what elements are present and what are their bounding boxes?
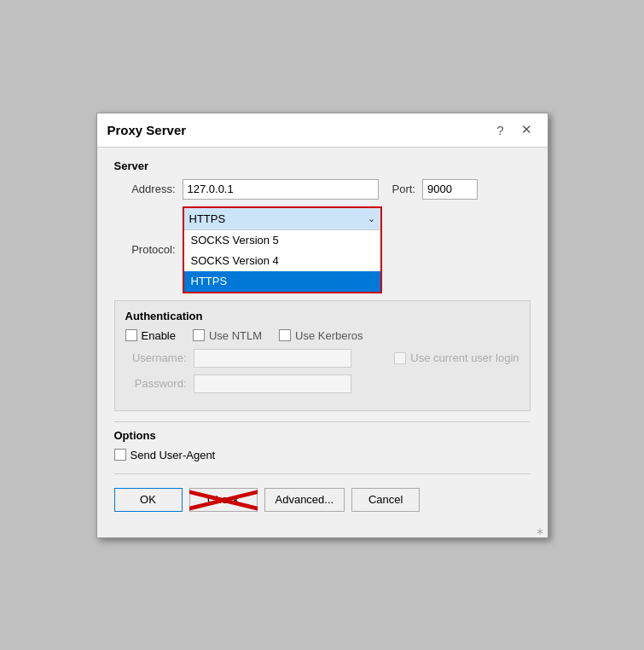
protocol-option-socks5[interactable]: SOCKS Version 5 bbox=[184, 230, 380, 251]
server-section-label: Server bbox=[114, 160, 531, 172]
send-user-agent-checkbox[interactable] bbox=[114, 449, 126, 461]
title-bar-buttons: ? ✕ bbox=[491, 120, 537, 139]
proxy-server-dialog: Proxy Server ? ✕ Server Address: Port: P… bbox=[96, 113, 548, 538]
separator2 bbox=[114, 473, 531, 474]
use-current-user-label: Use current user login bbox=[410, 351, 519, 364]
protocol-selected-text: HTTPS bbox=[189, 212, 226, 225]
auth-section-label: Authentication bbox=[125, 310, 519, 322]
protocol-option-list: SOCKS Version 5 SOCKS Version 4 HTTPS bbox=[184, 230, 380, 292]
use-ntlm-label: Use NTLM bbox=[209, 329, 262, 342]
protocol-row: Protocol: HTTPS ⌄ SOCKS Version 5 SOCKS … bbox=[114, 206, 531, 293]
enable-checkbox[interactable] bbox=[125, 329, 137, 341]
use-current-user-item[interactable]: Use current user login bbox=[394, 351, 519, 364]
address-label: Address: bbox=[114, 183, 183, 195]
button-row: OK Check Advanced... Cancel bbox=[114, 481, 531, 517]
resize-handle[interactable]: ∗ bbox=[97, 525, 548, 537]
use-kerberos-checkbox[interactable] bbox=[279, 329, 291, 341]
check-button-wrapper: Check bbox=[189, 488, 258, 512]
enable-label: Enable bbox=[142, 329, 176, 342]
use-kerberos-checkbox-item[interactable]: Use Kerberos bbox=[279, 329, 363, 342]
dialog-title: Proxy Server bbox=[107, 123, 187, 137]
username-input[interactable] bbox=[194, 349, 351, 368]
send-user-agent-item[interactable]: Send User-Agent bbox=[114, 449, 531, 461]
password-row: Password: bbox=[125, 374, 519, 393]
separator bbox=[114, 421, 531, 422]
address-row: Address: Port: bbox=[114, 179, 531, 200]
use-ntlm-checkbox-item[interactable]: Use NTLM bbox=[193, 329, 262, 342]
port-label: Port: bbox=[392, 183, 415, 195]
use-current-user-checkbox[interactable] bbox=[394, 352, 406, 364]
options-section: Options Send User-Agent bbox=[114, 429, 531, 461]
protocol-option-https[interactable]: HTTPS bbox=[184, 271, 380, 292]
dialog-body: Server Address: Port: Protocol: HTTPS ⌄ bbox=[97, 148, 548, 525]
server-section: Server Address: Port: Protocol: HTTPS ⌄ bbox=[114, 160, 531, 293]
options-section-label: Options bbox=[114, 429, 531, 442]
username-label: Username: bbox=[125, 351, 194, 364]
title-bar: Proxy Server ? ✕ bbox=[97, 113, 548, 148]
use-ntlm-checkbox[interactable] bbox=[193, 329, 205, 341]
use-kerberos-label: Use Kerberos bbox=[295, 329, 363, 342]
send-user-agent-label: Send User-Agent bbox=[131, 449, 216, 461]
authentication-section: Authentication Enable Use NTLM Use Kerbe… bbox=[114, 300, 531, 411]
protocol-selected[interactable]: HTTPS ⌄ bbox=[184, 208, 380, 230]
protocol-option-socks4[interactable]: SOCKS Version 4 bbox=[184, 251, 380, 271]
close-button[interactable]: ✕ bbox=[516, 120, 537, 139]
check-button[interactable]: Check bbox=[189, 488, 258, 512]
auth-fields: Username: Use current user login Passwor… bbox=[125, 349, 519, 393]
username-row: Username: Use current user login bbox=[125, 349, 519, 368]
address-input[interactable] bbox=[183, 179, 379, 200]
enable-checkbox-item[interactable]: Enable bbox=[125, 329, 176, 342]
auth-checkbox-row: Enable Use NTLM Use Kerberos bbox=[125, 329, 519, 342]
ok-button[interactable]: OK bbox=[114, 488, 183, 512]
password-label: Password: bbox=[125, 377, 194, 390]
protocol-wrapper: HTTPS ⌄ SOCKS Version 5 SOCKS Version 4 … bbox=[183, 206, 382, 293]
cancel-button[interactable]: Cancel bbox=[351, 488, 420, 512]
advanced-button[interactable]: Advanced... bbox=[264, 488, 345, 512]
help-button[interactable]: ? bbox=[491, 121, 508, 139]
password-input[interactable] bbox=[194, 374, 351, 393]
protocol-label: Protocol: bbox=[114, 243, 183, 256]
chevron-down-icon: ⌄ bbox=[368, 213, 375, 224]
port-input[interactable] bbox=[422, 179, 478, 200]
protocol-dropdown[interactable]: HTTPS ⌄ SOCKS Version 5 SOCKS Version 4 … bbox=[183, 206, 382, 293]
